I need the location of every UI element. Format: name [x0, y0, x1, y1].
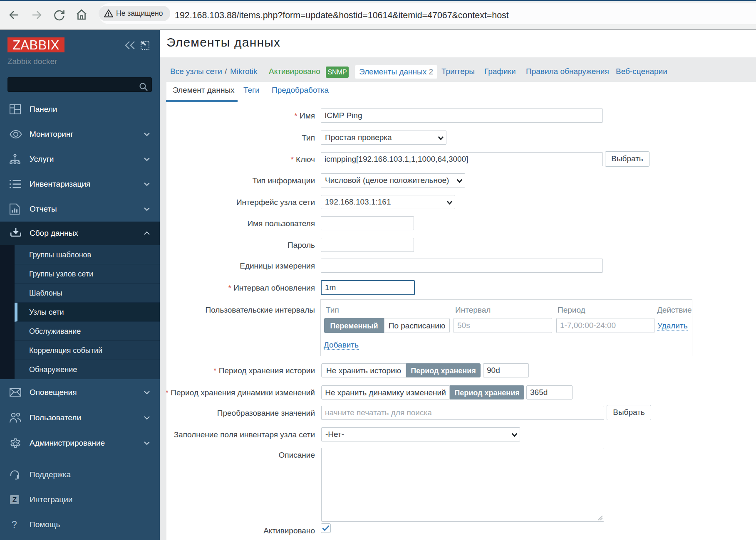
- svg-text:Z: Z: [12, 496, 17, 504]
